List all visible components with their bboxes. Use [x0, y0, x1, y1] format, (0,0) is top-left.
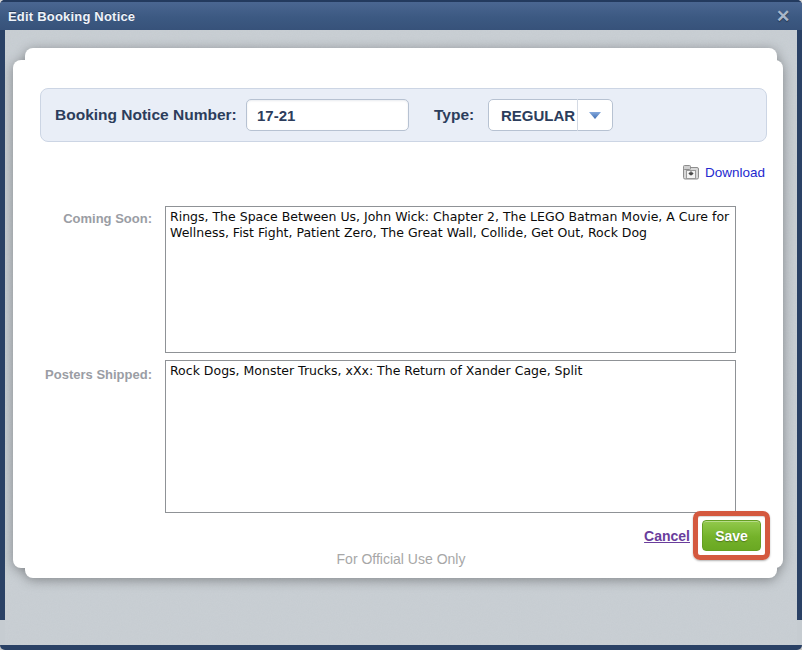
download-icon [683, 165, 700, 180]
coming-soon-textarea[interactable]: Rings, The Space Between Us, John Wick: … [165, 206, 736, 353]
dialog-content: Booking Notice Number: Type: REGULAR [5, 30, 797, 645]
save-button[interactable]: Save [702, 520, 761, 551]
dialog-backdrop: Booking Notice Number: Type: REGULAR [5, 30, 797, 645]
window-frame-bottom [0, 645, 802, 650]
posters-shipped-label: Posters Shipped: [40, 367, 152, 382]
save-annotation-highlight: Save [693, 511, 770, 560]
booking-notice-number-label: Booking Notice Number: [55, 89, 237, 141]
close-icon[interactable]: ✕ [772, 6, 794, 28]
type-label: Type: [434, 89, 474, 141]
dialog-title: Edit Booking Notice [0, 9, 135, 24]
download-link[interactable]: Download [683, 164, 765, 181]
chevron-down-icon [578, 111, 612, 120]
window-frame-right [797, 0, 802, 620]
download-link-label: Download [705, 165, 765, 180]
cancel-link[interactable]: Cancel [545, 527, 690, 545]
type-select[interactable]: REGULAR [488, 99, 613, 131]
posters-shipped-textarea[interactable]: Rock Dogs, Monster Trucks, xXx: The Retu… [165, 360, 736, 513]
dialog-titlebar: Edit Booking Notice ✕ [0, 0, 802, 30]
footer-note: For Official Use Only [25, 551, 777, 567]
booking-notice-number-input[interactable] [246, 99, 409, 131]
type-select-value: REGULAR [489, 107, 577, 124]
booking-header-panel: Booking Notice Number: Type: REGULAR [40, 88, 767, 142]
window-frame-left [0, 0, 5, 620]
coming-soon-label: Coming Soon: [40, 211, 152, 226]
edit-booking-notice-dialog: Edit Booking Notice ✕ Booking Notice Num… [0, 0, 802, 650]
